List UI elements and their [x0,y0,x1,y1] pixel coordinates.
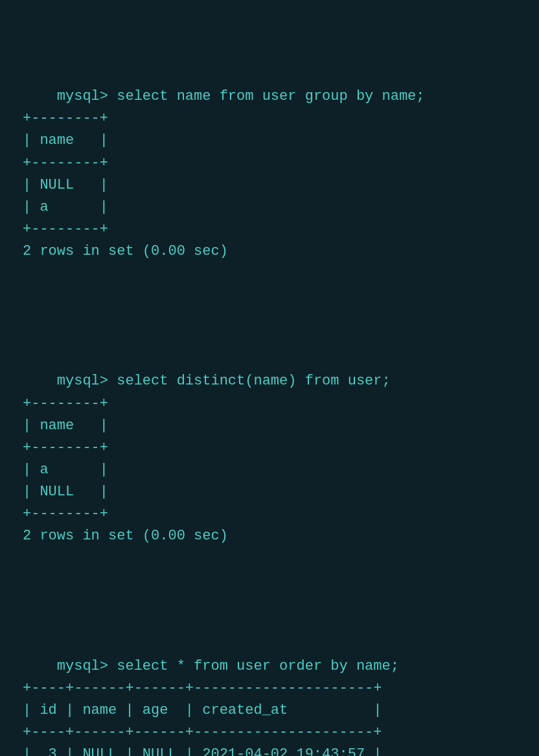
query-block-1-text: mysql> select name from user group by na… [23,88,425,259]
query-block-2-text: mysql> select distinct(name) from user; … [23,373,391,544]
terminal-window: mysql> select name from user group by na… [0,0,539,756]
query-block-3-text: mysql> select * from user order by name;… [23,658,399,756]
query-block-3: mysql> select * from user order by name;… [23,633,516,756]
query-block-2: mysql> select distinct(name) from user; … [23,348,516,569]
query-block-1: mysql> select name from user group by na… [23,64,516,285]
